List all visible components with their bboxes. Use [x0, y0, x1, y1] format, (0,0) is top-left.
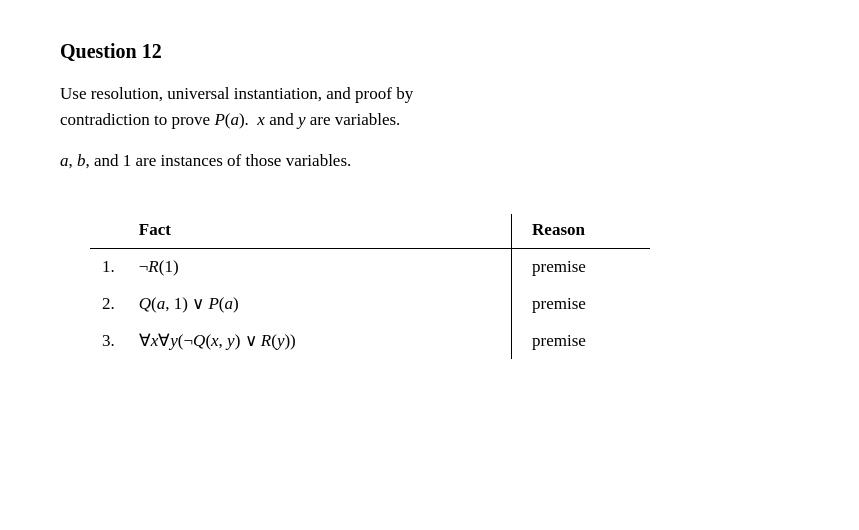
row-3-reason: premise [512, 322, 650, 359]
proof-table: Fact Reason 1. ¬R(1) premise 2. Q(a, 1) … [90, 214, 650, 359]
row-3-fact: ∀x∀y(¬Q(x, y) ∨ R(y)) [127, 322, 512, 359]
row-2-fact: Q(a, 1) ∨ P(a) [127, 285, 512, 322]
instances-paragraph: a, b, and 1 are instances of those varia… [60, 148, 799, 174]
table-row: 1. ¬R(1) premise [90, 249, 650, 286]
description-paragraph: Use resolution, universal instantiation,… [60, 81, 799, 134]
col-reason-header: Reason [512, 214, 650, 249]
col-fact-header: Fact [127, 214, 512, 249]
description-line1: Use resolution, universal instantiation,… [60, 84, 413, 103]
description-line2: contradiction to prove P(a). x and y are… [60, 110, 400, 129]
row-1-num: 1. [90, 249, 127, 286]
row-3-num: 3. [90, 322, 127, 359]
table-row: 3. ∀x∀y(¬Q(x, y) ∨ R(y)) premise [90, 322, 650, 359]
col-num-header [90, 214, 127, 249]
row-2-num: 2. [90, 285, 127, 322]
row-2-reason: premise [512, 285, 650, 322]
row-1-fact: ¬R(1) [127, 249, 512, 286]
row-1-reason: premise [512, 249, 650, 286]
instances-text: a, b, and 1 are instances of those varia… [60, 151, 351, 170]
table-row: 2. Q(a, 1) ∨ P(a) premise [90, 285, 650, 322]
question-title: Question 12 [60, 40, 799, 63]
